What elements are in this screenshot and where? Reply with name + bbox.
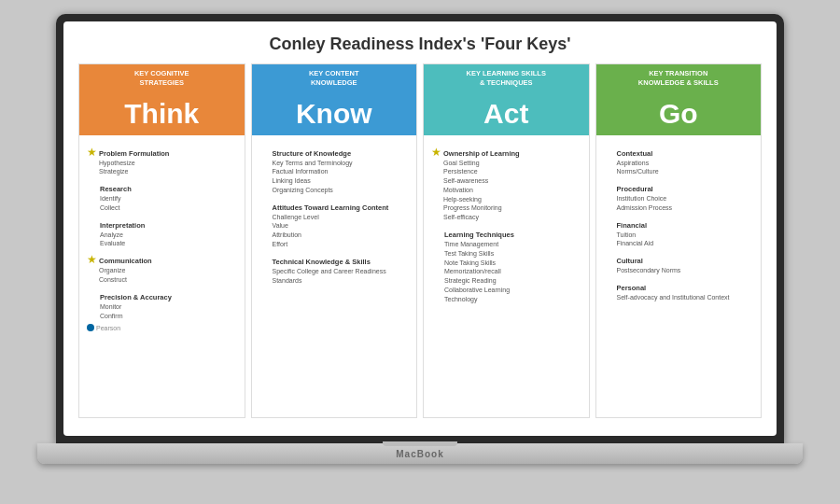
- section-item: Self-advocacy and Institutional Context: [617, 293, 730, 302]
- section-item: Help-seeking: [443, 195, 520, 204]
- section-item: Note Taking Skills: [444, 259, 514, 268]
- section-content: PersonalSelf-advocacy and Institutional …: [617, 279, 730, 302]
- section-content: Attitudes Toward Learning ContentChallen…: [273, 199, 389, 249]
- column-know: KEY CONTENT KNOWLEDGEKnowStructure of Kn…: [251, 63, 418, 418]
- section-item: Challenge Level: [273, 213, 389, 222]
- section-row: InterpretationAnalyzeEvaluate: [87, 217, 237, 249]
- laptop-notch: [383, 441, 457, 446]
- section-content: ProceduralInstitution ChoiceAdmission Pr…: [617, 180, 673, 213]
- act-word: Act: [424, 92, 589, 135]
- section-item: Organize: [99, 266, 152, 275]
- section-content: CulturalPostsecondary Norms: [617, 252, 681, 275]
- section-row: ResearchIdentifyCollect: [87, 180, 237, 213]
- section-row: PersonalSelf-advocacy and Institutional …: [604, 279, 754, 302]
- section-row: Structure of KnowledgeKey Terms and Term…: [259, 145, 410, 195]
- section-content: Problem FormulationHypothesizeStrategize: [99, 145, 169, 177]
- section-item: Motivation: [443, 186, 520, 195]
- section-content: Learning TechniquesTime ManagementTest T…: [444, 226, 514, 304]
- section-row: ContextualAspirationsNorms/Culture: [604, 145, 754, 177]
- section-title: Cultural: [617, 257, 681, 265]
- section-title: Technical Knowledge & Skills: [273, 258, 410, 266]
- section-item: Confirm: [100, 312, 172, 321]
- section-content: Ownership of LearningGoal SettingPersist…: [443, 145, 520, 223]
- star-icon: ★: [87, 253, 97, 266]
- section-title: Research: [100, 185, 132, 193]
- section-title: Learning Techniques: [444, 231, 514, 239]
- section-item: Tuition: [617, 231, 654, 240]
- section-title: Structure of Knowledge: [273, 149, 353, 158]
- section-title: Procedural: [617, 185, 673, 193]
- section-row: ★Problem FormulationHypothesizeStrategiz…: [87, 145, 237, 177]
- section-item: Collect: [100, 203, 132, 213]
- screen: Conley Readiness Index's 'Four Keys' KEY…: [63, 21, 777, 436]
- section-item: Specific College and Career Readiness St…: [273, 267, 410, 286]
- laptop-brand: MacBook: [396, 449, 443, 459]
- section-item: Admission Process: [617, 203, 673, 213]
- section-title: Ownership of Learning: [443, 149, 520, 158]
- four-keys-grid: KEY COGNITIVE STRATEGIESThink★Problem Fo…: [78, 63, 762, 418]
- section-item: Organizing Concepts: [273, 186, 353, 195]
- think-header: KEY COGNITIVE STRATEGIES: [79, 64, 245, 92]
- screen-bezel: Conley Readiness Index's 'Four Keys' KEY…: [56, 14, 784, 443]
- section-item: Progress Monitoring: [443, 203, 520, 213]
- laptop: Conley Readiness Index's 'Four Keys' KEY…: [37, 14, 803, 490]
- think-word: Think: [79, 92, 245, 135]
- section-row: Technical Knowledge & SkillsSpecific Col…: [259, 253, 410, 286]
- section-content: CommunicationOrganizeConstruct: [99, 252, 152, 285]
- section-row: FinancialTuitionFinancial Aid: [604, 217, 754, 249]
- section-item: Aspirations: [617, 159, 659, 168]
- section-row: Attitudes Toward Learning ContentChallen…: [259, 199, 410, 249]
- section-item: Hypothesize: [99, 159, 169, 168]
- star-icon: ★: [87, 146, 97, 159]
- section-item: Construct: [99, 275, 152, 285]
- section-item: Test Taking Skills: [444, 249, 514, 259]
- section-content: InterpretationAnalyzeEvaluate: [100, 217, 145, 249]
- section-item: Identify: [100, 194, 132, 203]
- section-title: Precision & Accuracy: [100, 293, 172, 301]
- think-body: ★Problem FormulationHypothesizeStrategiz…: [79, 135, 245, 418]
- know-body: Structure of KnowledgeKey Terms and Term…: [252, 135, 417, 418]
- section-row: ★CommunicationOrganizeConstruct: [87, 252, 237, 285]
- section-item: Key Terms and Terminology: [273, 159, 353, 168]
- section-item: Factual Information: [273, 167, 353, 176]
- section-row: ★Ownership of LearningGoal SettingPersis…: [431, 145, 581, 223]
- section-item: Self-awareness: [443, 176, 520, 186]
- star-icon: ★: [431, 146, 441, 159]
- section-content: ContextualAspirationsNorms/Culture: [617, 145, 659, 177]
- section-content: Structure of KnowledgeKey Terms and Term…: [273, 145, 353, 195]
- laptop-base: MacBook: [37, 443, 803, 464]
- section-item: Institution Choice: [617, 194, 673, 203]
- section-title: Interpretation: [100, 221, 145, 230]
- section-row: Precision & AccuracyMonitorConfirm: [87, 288, 237, 321]
- section-item: Monitor: [100, 302, 172, 312]
- section-item: Financial Aid: [617, 239, 654, 248]
- column-act: KEY LEARNING SKILLS & TECHNIQUESAct★Owne…: [423, 63, 590, 418]
- act-header: KEY LEARNING SKILLS & TECHNIQUES: [424, 64, 589, 92]
- know-header: KEY CONTENT KNOWLEDGE: [252, 64, 417, 92]
- act-body: ★Ownership of LearningGoal SettingPersis…: [424, 135, 589, 418]
- section-item: Value: [273, 221, 389, 231]
- section-title: Personal: [617, 284, 730, 292]
- section-item: Time Management: [444, 240, 514, 249]
- section-row: ProceduralInstitution ChoiceAdmission Pr…: [604, 180, 754, 213]
- section-item: Effort: [273, 240, 389, 249]
- section-title: Problem Formulation: [99, 149, 169, 158]
- section-item: Postsecondary Norms: [617, 266, 681, 275]
- section-title: Contextual: [617, 149, 659, 158]
- main-title: Conley Readiness Index's 'Four Keys': [78, 35, 762, 54]
- section-content: ResearchIdentifyCollect: [100, 180, 132, 213]
- section-row: Learning TechniquesTime ManagementTest T…: [431, 226, 581, 304]
- section-item: Technology: [444, 295, 514, 304]
- section-item: Self-efficacy: [443, 213, 520, 222]
- section-item: Attribution: [273, 231, 389, 240]
- section-title: Financial: [617, 221, 654, 230]
- column-go: KEY TRANSITION KNOWLEDGE & SKILLSGoConte…: [595, 63, 763, 418]
- section-item: Memorization/recall: [444, 267, 514, 276]
- section-title: Attitudes Toward Learning Content: [273, 203, 389, 212]
- section-content: Technical Knowledge & SkillsSpecific Col…: [273, 253, 410, 286]
- section-content: Precision & AccuracyMonitorConfirm: [100, 288, 172, 321]
- section-item: Goal Setting: [443, 159, 520, 168]
- section-item: Evaluate: [100, 239, 145, 248]
- go-header: KEY TRANSITION KNOWLEDGE & SKILLS: [596, 64, 762, 92]
- section-content: FinancialTuitionFinancial Aid: [617, 217, 654, 249]
